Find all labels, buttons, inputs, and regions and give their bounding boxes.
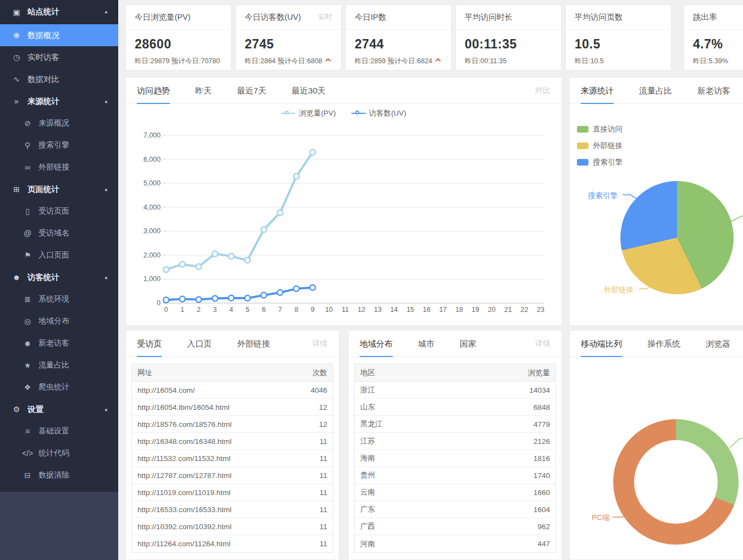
table-cell-key[interactable]: 海南 bbox=[360, 453, 528, 463]
globe-icon: ⊕ bbox=[11, 31, 22, 39]
legend-item[interactable]: 直接访问 bbox=[577, 124, 623, 134]
svg-text:1,000: 1,000 bbox=[144, 275, 161, 283]
sidebar-item[interactable]: ∿数据对比 bbox=[0, 68, 118, 90]
table-cell-key[interactable]: 江苏 bbox=[360, 436, 528, 446]
pie-slice-label: 搜索引擎 bbox=[588, 191, 618, 201]
sidebar-item[interactable]: ∞外部链接 bbox=[0, 156, 118, 178]
table-cell-key[interactable]: http://16054.com/ bbox=[137, 386, 305, 394]
pages-action-link[interactable]: 详情 bbox=[312, 339, 328, 349]
trend-action-link[interactable]: 对比 bbox=[535, 86, 551, 96]
source-tab[interactable]: 流量占比 bbox=[639, 78, 672, 104]
sidebar-group[interactable]: ⚙设置▲ bbox=[0, 398, 118, 420]
pages-tab[interactable]: 受访页 bbox=[137, 331, 162, 357]
trend-tab[interactable]: 访问趋势 bbox=[137, 78, 170, 104]
collapse-caret-icon[interactable]: ▲ bbox=[104, 187, 108, 192]
table-row: 海南1816 bbox=[355, 450, 555, 467]
pie-slice-label: 外部链接 bbox=[604, 285, 634, 295]
sidebar-group[interactable]: ⊞页面统计▲ bbox=[0, 178, 118, 200]
table-cell-key[interactable]: 浙江 bbox=[360, 385, 524, 395]
table-cell-key[interactable]: 河南 bbox=[360, 539, 532, 549]
source-tab[interactable]: 来源统计 bbox=[581, 78, 614, 104]
sidebar-item[interactable]: ☻新老访客 bbox=[0, 332, 118, 354]
collapse-caret-icon[interactable]: ▲ bbox=[104, 275, 108, 280]
legend-item[interactable]: 浏览量(PV) bbox=[281, 108, 336, 118]
sidebar-group[interactable]: ☻访客统计▲ bbox=[0, 266, 118, 288]
sidebar-item[interactable]: @受访域名 bbox=[0, 222, 118, 244]
mobile-tab[interactable]: 移动端比列 bbox=[581, 331, 622, 357]
region-tab[interactable]: 国家 bbox=[460, 331, 476, 357]
legend-item[interactable]: 访客数(UV) bbox=[351, 108, 406, 118]
sidebar-item[interactable]: ≣系统环境 bbox=[0, 288, 118, 310]
trend-tab[interactable]: 最近7天 bbox=[237, 78, 266, 104]
legend-item[interactable]: 搜索引擎 bbox=[577, 157, 623, 167]
region-tab[interactable]: 城市 bbox=[418, 331, 434, 357]
svg-text:5,000: 5,000 bbox=[144, 179, 161, 187]
realtime-badge[interactable]: 实时 bbox=[318, 12, 332, 22]
stat-card-subtext: 昨日:00:11:35 bbox=[456, 52, 561, 66]
sidebar-item[interactable]: ★流量占比 bbox=[0, 354, 118, 376]
table-cell-key[interactable]: 贵州 bbox=[360, 470, 528, 480]
sidebar-item[interactable]: </>统计代码 bbox=[0, 442, 118, 464]
sidebar-item[interactable]: ⚑入口页面 bbox=[0, 244, 118, 266]
table-cell-key[interactable]: http://16054.lbm/16054.html bbox=[137, 403, 313, 411]
region-action-link[interactable]: 详情 bbox=[535, 339, 551, 349]
table-cell-key[interactable]: http://12787.com/12787.html bbox=[137, 471, 314, 480]
sidebar-item[interactable]: ◷实时访客 bbox=[0, 46, 118, 68]
sidebar-item-label: 统计代码 bbox=[38, 448, 69, 458]
table-cell-key[interactable]: 山东 bbox=[360, 402, 528, 412]
svg-text:2,000: 2,000 bbox=[144, 251, 161, 259]
collapse-caret-icon[interactable]: ▲ bbox=[104, 9, 108, 14]
svg-text:4,000: 4,000 bbox=[144, 204, 161, 211]
sidebar-item-label: 基础设置 bbox=[38, 426, 69, 436]
sidebar-item-label: 外部链接 bbox=[38, 162, 69, 172]
pages-tab[interactable]: 外部链接 bbox=[237, 331, 270, 357]
table-cell-key[interactable]: http://16348.com/16348.html bbox=[137, 437, 314, 446]
table-cell-key[interactable]: http://16533.com/16533.html bbox=[137, 506, 314, 514]
source-tab[interactable]: 新老访客 bbox=[697, 78, 730, 104]
table-cell-key[interactable]: 广东 bbox=[360, 504, 528, 514]
pages-tab[interactable]: 入口页 bbox=[187, 331, 212, 357]
table-cell-key[interactable]: 黑龙江 bbox=[360, 419, 528, 429]
table-cell-value: 4046 bbox=[311, 386, 327, 394]
stat-card-subtext-label: 昨日:5.39% bbox=[693, 57, 728, 65]
sidebar-item[interactable]: ◎地域分布 bbox=[0, 310, 118, 332]
table-row: http://16348.com/16348.html11 bbox=[132, 433, 333, 450]
stat-card-header: 平均访问页数 bbox=[566, 5, 671, 30]
sidebar-item[interactable]: ⊟数据清除 bbox=[0, 464, 118, 486]
trend-line-chart[interactable]: 01,0002,0003,0004,0005,0006,0007,0000123… bbox=[126, 124, 563, 317]
table-cell-key[interactable]: http://18576.com/18576.html bbox=[137, 420, 313, 429]
sidebar-item[interactable]: ❖爬虫统计 bbox=[0, 376, 118, 398]
svg-text:0: 0 bbox=[164, 306, 168, 314]
sidebar-item[interactable]: ≡基础设置 bbox=[0, 420, 118, 442]
region-tab[interactable]: 地域分布 bbox=[360, 331, 393, 357]
sidebar-group[interactable]: ▣站点统计▲ bbox=[0, 0, 118, 24]
table-row: http://16054.com/4046 bbox=[132, 382, 333, 399]
table-cell-key[interactable]: http://11264.com/11264.html bbox=[137, 540, 314, 548]
table-cell-key[interactable]: http://11532.com/11532.html bbox=[137, 454, 314, 463]
trend-up-icon bbox=[436, 58, 441, 64]
sidebar-item[interactable]: ⊘来源概况 bbox=[0, 112, 118, 134]
sidebar-item[interactable]: ⚲搜索引擎 bbox=[0, 134, 118, 156]
collapse-caret-icon[interactable]: ▲ bbox=[104, 99, 108, 104]
table-cell-key[interactable]: http://11019.com/11019.html bbox=[137, 488, 314, 497]
mobile-tab[interactable]: 浏览器 bbox=[706, 331, 730, 357]
table-col-header: 浏览量 bbox=[528, 368, 551, 378]
mobile-tab[interactable]: 操作系统 bbox=[647, 331, 680, 357]
sidebar: ▣站点统计▲⊕数据概况◷实时访客∿数据对比»来源统计▲⊘来源概况⚲搜索引擎∞外部… bbox=[0, 0, 118, 560]
table-row: http://12787.com/12787.html11 bbox=[132, 467, 333, 484]
legend-item[interactable]: 外部链接 bbox=[577, 141, 623, 151]
table-row: 贵州1740 bbox=[355, 467, 555, 484]
collapse-caret-icon[interactable]: ▲ bbox=[104, 407, 108, 412]
table-cell-key[interactable]: 云南 bbox=[360, 487, 528, 497]
trend-tab[interactable]: 昨天 bbox=[195, 78, 212, 104]
sidebar-group[interactable]: »来源统计▲ bbox=[0, 90, 118, 112]
table-cell-key[interactable]: 广西 bbox=[360, 521, 532, 531]
trend-tab[interactable]: 最近30天 bbox=[291, 78, 326, 104]
region-table: 地区浏览量浙江14034山东6848黑龙江4779江苏2126海南1816贵州1… bbox=[349, 364, 562, 553]
table-cell-key[interactable]: http://10392.com/10392.html bbox=[137, 523, 314, 531]
sidebar-item[interactable]: ⊕数据概况 bbox=[0, 24, 118, 46]
table-cell-value: 1604 bbox=[533, 506, 550, 514]
visited-pages-panel: 受访页入口页外部链接详情 网址次数http://16054.com/4046ht… bbox=[125, 330, 339, 560]
table-cell-value: 1740 bbox=[533, 471, 550, 480]
sidebar-item[interactable]: ▯受访页面 bbox=[0, 200, 118, 222]
